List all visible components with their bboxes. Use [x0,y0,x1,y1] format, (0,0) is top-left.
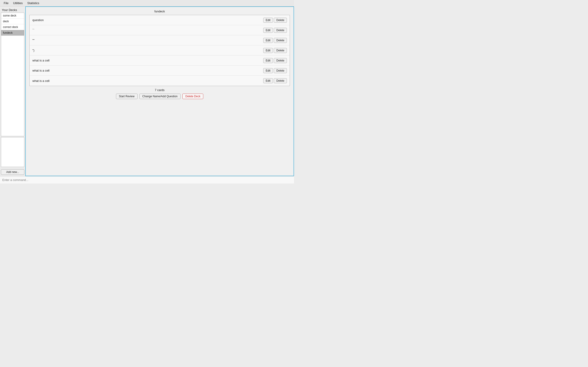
card-question: `` [32,28,263,32]
card-delete-button[interactable]: Delete [274,48,287,53]
card-question: what is a cell [32,69,263,72]
menu-utilities[interactable]: Utilities [11,1,25,6]
card-question: what is a cell [32,79,263,83]
deck-item-some-deck[interactable]: some deck [1,13,24,19]
cards-count: 7 cards [26,86,294,94]
delete-deck-button[interactable]: Delete Deck [182,94,203,99]
command-input[interactable] [0,176,294,184]
card-question: "" [32,39,263,42]
sidebar-bottom-panel [1,137,24,167]
card-delete-button[interactable]: Delete [274,78,287,83]
card-row: ``EditDelete [30,25,290,35]
card-actions: EditDelete [263,48,287,53]
card-edit-button[interactable]: Edit [263,48,273,53]
command-bar [0,176,294,184]
card-edit-button[interactable]: Edit [263,58,273,63]
start-review-button[interactable]: Start Review [116,94,138,99]
card-actions: EditDelete [263,78,287,83]
change-name-button[interactable]: Change Name/Add Question [139,94,181,99]
card-delete-button[interactable]: Delete [274,38,287,43]
deck-title: fundeck [26,7,294,15]
deck-actions: Start Review Change Name/Add Question De… [26,94,294,102]
card-question: question [32,18,263,22]
card-edit-button[interactable]: Edit [263,78,273,83]
card-edit-button[interactable]: Edit [263,18,273,23]
deck-item-correct-deck[interactable]: correct deck [1,24,24,30]
card-delete-button[interactable]: Delete [274,18,287,23]
card-actions: EditDelete [263,28,287,33]
card-actions: EditDelete [263,58,287,63]
main-container: Your Decks some deckdeckcorrect deckfund… [0,6,294,176]
card-question: what is a cell [32,59,263,62]
cards-container: questionEditDelete``EditDelete""EditDele… [29,15,290,86]
card-delete-button[interactable]: Delete [274,28,287,33]
card-edit-button[interactable]: Edit [263,38,273,43]
card-actions: EditDelete [263,38,287,43]
deck-item-deck[interactable]: deck [1,19,24,24]
card-delete-button[interactable]: Delete [274,68,287,73]
add-new-button[interactable]: Add new... [1,169,24,175]
card-edit-button[interactable]: Edit [263,28,273,33]
card-row: what is a cellEditDelete [30,56,290,66]
card-row: what is a cellEditDelete [30,66,290,76]
card-question: ") [32,49,263,52]
deck-item-fundeck[interactable]: fundeck [1,30,24,36]
card-row: ")EditDelete [30,45,290,56]
menubar: File Utilities Statistics [0,0,294,6]
menu-file[interactable]: File [2,1,10,6]
sidebar: Your Decks some deckdeckcorrect deckfund… [0,6,25,176]
content-panel: fundeck questionEditDelete``EditDelete""… [25,6,294,176]
card-delete-button[interactable]: Delete [274,58,287,63]
card-actions: EditDelete [263,68,287,73]
card-row: what is a cellEditDelete [30,76,290,86]
card-row: questionEditDelete [30,15,290,25]
menu-statistics[interactable]: Statistics [26,1,41,6]
card-row: ""EditDelete [30,35,290,45]
card-actions: EditDelete [263,18,287,23]
sidebar-title: Your Decks [0,6,25,13]
card-edit-button[interactable]: Edit [263,68,273,73]
deck-list: some deckdeckcorrect deckfundeck [1,13,24,136]
